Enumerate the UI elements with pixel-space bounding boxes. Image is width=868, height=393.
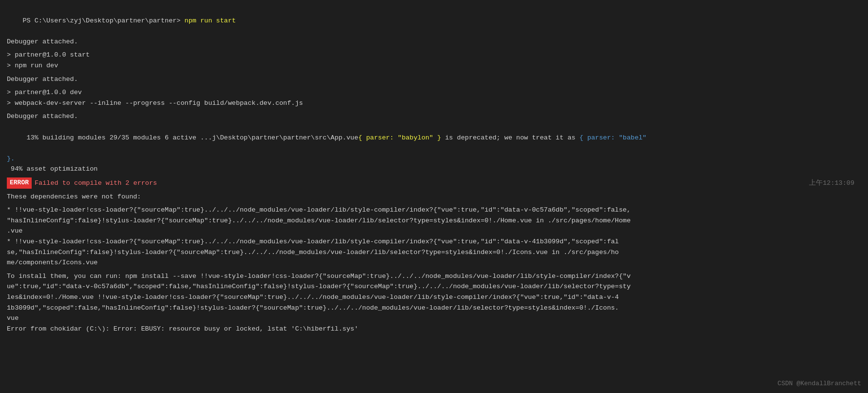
terminal-window: PS C:\Users\zyj\Desktop\partner\partner>…: [0, 0, 868, 393]
chokidar-error: Error from chokidar (C:\): Error: EBUSY:…: [7, 324, 861, 334]
terminal-line-2: Debugger attached.: [7, 37, 861, 47]
terminal-line-closing-brace: }.: [7, 154, 861, 164]
terminal-line-3: > partner@1.0.0 start: [7, 50, 861, 60]
terminal-line-8: Debugger attached.: [7, 111, 861, 122]
terminal-line-5: Debugger attached.: [7, 74, 861, 85]
error-badge: ERROR: [7, 177, 32, 189]
terminal-line-1: PS C:\Users\zyj\Desktop\partner\partner>…: [7, 5, 861, 37]
dep-2: * !!vue-style-loader!css-loader?{"source…: [7, 236, 861, 268]
bottom-right-label: CSDN @KendallBranchett: [777, 379, 861, 389]
install-suggestion: To install them, you can run: npm instal…: [7, 271, 861, 324]
build-progress-text: 13% building modules 29/35 modules 6 act…: [22, 134, 358, 141]
terminal-line-asset: 94% asset optimization: [7, 164, 861, 175]
deprecated-text: is deprecated; we now treat it as: [441, 134, 579, 141]
error-message-text: Failed to compile with 2 errors: [35, 178, 157, 189]
terminal-line-7: > webpack-dev-server --inline --progress…: [7, 98, 861, 109]
babylon-highlight: { parser: "babylon" }: [358, 134, 441, 141]
dep-1: * !!vue-style-loader!css-loader?{"source…: [7, 205, 861, 236]
error-timestamp: 上午12:13:09: [809, 178, 854, 189]
terminal-line-6: > partner@1.0.0 dev: [7, 87, 861, 98]
ps-prefix: PS C:\Users\zyj\Desktop\partner\partner>: [22, 17, 184, 24]
terminal-line-build-progress: 13% building modules 29/35 modules 6 act…: [7, 122, 861, 154]
babel-highlight: { parser: "babel": [579, 134, 647, 141]
terminal-line-4: > npm run dev: [7, 60, 861, 71]
error-header-row: ERROR Failed to compile with 2 errors 上午…: [7, 177, 861, 189]
dependencies-not-found: These dependencies were not found:: [7, 192, 861, 202]
command-text: npm run start: [185, 17, 236, 24]
